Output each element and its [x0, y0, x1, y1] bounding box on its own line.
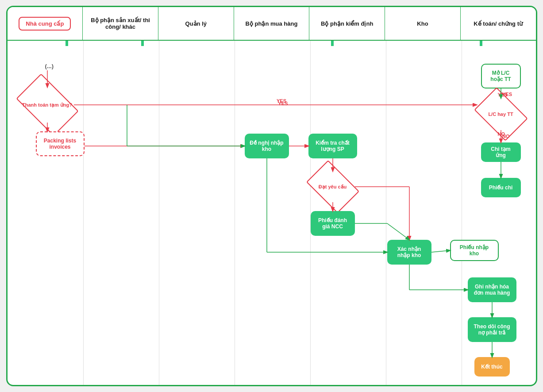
col-divider-4 [310, 41, 311, 385]
dat-yeu-cau-label: Đạt yêu cầu [311, 171, 355, 202]
diamond-label: Thanh toán tạm ứng? [21, 87, 74, 123]
ghi-nhan-hoa-don-node: Ghi nhận hóa đơn mua hàng [468, 277, 516, 302]
de-nghi-nhap-kho-node: Đề nghị nhập kho [245, 134, 289, 158]
no-label-lc: NO [498, 131, 505, 137]
col-divider-3 [235, 41, 235, 385]
header-bo-phan-kiem-dinh: Bộ phận kiểm định [309, 7, 385, 40]
flow-area: (...) Thanh toán tạm ứng? Packing lists … [8, 41, 536, 385]
svg-line-16 [431, 250, 450, 252]
col-divider-1 [83, 41, 84, 385]
col-divider-2 [159, 41, 159, 385]
col-divider-6 [462, 41, 462, 385]
svg-line-13 [387, 223, 409, 240]
main-container: Nhà cung cấp Bộ phận sản xuất/ thi công/… [6, 6, 537, 386]
header-bo-phan-mua-hang: Bộ phận mua hàng [234, 7, 310, 40]
lc-hay-tt-label: L/C hay TT [479, 98, 523, 130]
header-row: Nhà cung cấp Bộ phận sản xuất/ thi công/… [8, 7, 536, 41]
dat-yeu-cau-diamond: Đạt yêu cầu [311, 171, 355, 202]
chi-tam-ung-node: Chi tạm ứng [481, 142, 521, 162]
packing-lists-node: Packing lists invoices [36, 131, 85, 156]
header-ke-toan: Kế toán/ chứng từ [461, 7, 536, 40]
phieu-danh-gia-ncc-node: Phiếu đánh giá NCC [311, 211, 355, 236]
kiem-tra-chat-luong-node: Kiểm tra chất lượng SP [308, 134, 357, 158]
header-kho: Kho [385, 7, 461, 40]
ellipsis-label: (...) [45, 63, 54, 69]
thanh-toan-diamond: Thanh toán tạm ứng? [21, 87, 74, 123]
yes-label-lc: YES [498, 92, 508, 97]
header-bo-phan-san-xuat: Bộ phận sản xuất/ thi công/ khác [83, 7, 158, 40]
lc-hay-tt-diamond: L/C hay TT [479, 98, 523, 130]
arrow-label-down-1: ↓ [46, 81, 49, 86]
phieu-chi-node: Phiếu chi [481, 178, 521, 197]
header-nha-cung-cap: Nhà cung cấp [8, 7, 83, 40]
ket-thuc-node: Kết thúc [474, 357, 510, 377]
yes-label-main: YES [278, 101, 288, 106]
mo-lc-node: Mở L/C hoặc TT [481, 64, 521, 88]
theo-doi-cong-no-node: Theo dõi công nợ phải trả [468, 317, 516, 342]
xac-nhan-nhap-kho-node: Xác nhận nhập kho [387, 240, 431, 265]
header-quan-ly: Quản lý [158, 7, 234, 40]
phieu-nhap-kho-node: Phiếu nhập kho [450, 240, 499, 261]
col-divider-5 [386, 41, 386, 385]
arrows-svg: YES [8, 41, 536, 385]
